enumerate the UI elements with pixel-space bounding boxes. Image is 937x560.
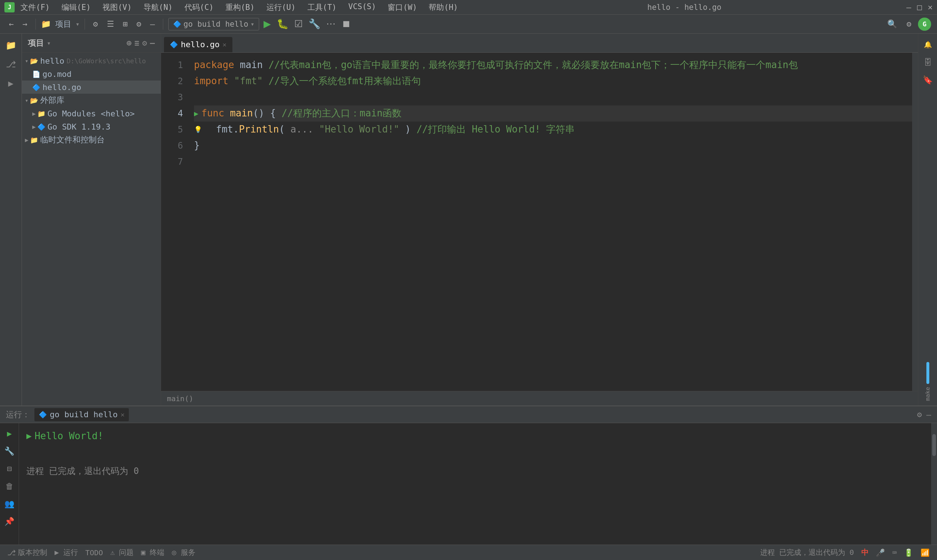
sidebar-expand-icon[interactable]: ≡ — [134, 38, 139, 48]
run-config-label: go build hello — [183, 20, 248, 29]
sidebar-settings-icon[interactable]: ⚙ — [142, 38, 147, 48]
line-num-3: 3 — [161, 89, 183, 105]
search-everywhere-button[interactable]: 🔍 — [884, 18, 900, 30]
coverage-button[interactable]: ☑ — [293, 17, 304, 31]
settings-gear-icon[interactable]: ⚙ — [904, 18, 914, 30]
panel-tab-gobuild[interactable]: 🔷 go build hello ✕ — [34, 408, 129, 421]
bottom-scrollbar[interactable] — [931, 423, 937, 545]
temp-files-folder-icon: 📁 — [30, 136, 38, 144]
menu-edit[interactable]: 编辑(E) — [59, 2, 93, 13]
sidebar-minimize-icon[interactable]: — — [150, 38, 155, 48]
status-todo-item[interactable]: TODO — [85, 548, 103, 557]
stop-button[interactable]: ⏹ — [340, 17, 352, 31]
menu-tools[interactable]: 工具(T) — [305, 2, 339, 13]
toolbar-gear-icon[interactable]: ⚙ — [134, 18, 144, 30]
run-config-chevron-icon: ▾ — [250, 20, 254, 28]
bottom-pin-icon[interactable]: 📌 — [2, 514, 17, 529]
tree-item-go-sdk[interactable]: ▶ 🔷 Go SDK 1.19.3 — [22, 120, 161, 133]
bottom-delete-icon[interactable]: 🗑 — [2, 479, 17, 493]
external-libs-chevron-icon: ▾ — [25, 97, 29, 104]
activity-run-icon[interactable]: ▶ — [2, 75, 20, 92]
toolbar-back-button[interactable]: ← — [6, 18, 17, 30]
panel-minimize-icon[interactable]: — — [926, 410, 931, 419]
bottom-wrench-icon[interactable]: 🔧 — [2, 444, 17, 458]
hellogo-file-icon: 🔷 — [32, 83, 40, 91]
status-services-item[interactable]: ◎ 服务 — [172, 548, 195, 557]
status-battery-icon[interactable]: 🔋 — [904, 548, 913, 557]
terminal-line-exit: 进程 已完成，退出代码为 0 — [26, 463, 924, 479]
menu-vcs[interactable]: VCS(S) — [346, 2, 378, 13]
menu-window[interactable]: 窗口(W) — [385, 2, 419, 13]
menu-help[interactable]: 帮助(H) — [426, 2, 460, 13]
toolbar-forward-button[interactable]: → — [19, 18, 30, 30]
status-ime-icon[interactable]: 中 — [861, 548, 869, 557]
tree-item-temp-files[interactable]: ▶ 📁 临时文件和控制台 — [22, 133, 161, 146]
close-button[interactable]: ✕ — [928, 3, 932, 12]
run-indicator-icon[interactable]: ▶ — [194, 108, 198, 119]
code-line1-comment: //代表main包，go语言中最重要的，最终你要打包成可执行的文件，就必须要放在… — [269, 57, 798, 73]
code-content[interactable]: package main //代表main包，go语言中最重要的，最终你要打包成… — [187, 53, 912, 391]
status-problems-item[interactable]: ⚠ 问题 — [110, 548, 134, 557]
tab-hellogo-close-icon[interactable]: ✕ — [223, 41, 226, 48]
status-mic-icon[interactable]: 🎤 — [876, 548, 885, 557]
status-keyboard-icon[interactable]: ⌨ — [892, 548, 897, 557]
right-sidebar-database-icon[interactable]: 🗄 — [920, 54, 936, 70]
maximize-button[interactable]: □ — [917, 3, 922, 12]
sidebar-localize-icon[interactable]: ⊕ — [127, 38, 131, 48]
code-brace-open: { — [270, 106, 276, 121]
run-button[interactable]: ▶ — [262, 17, 272, 31]
tree-item-hellogo[interactable]: 🔷 hello.go — [22, 80, 161, 94]
activity-commit-icon[interactable]: ⎇ — [2, 55, 20, 73]
menu-file[interactable]: 文件(F) — [18, 2, 52, 13]
hello-chevron-icon: ▾ — [25, 57, 29, 65]
code-arg-placeholder: a... — [291, 122, 314, 137]
bottom-filter-icon[interactable]: ⊟ — [2, 461, 17, 476]
profile-button[interactable]: 🔧 — [307, 17, 322, 31]
more-run-options-button[interactable]: ⋯ — [325, 17, 337, 31]
status-wifi-icon[interactable]: 📶 — [920, 548, 930, 557]
menu-nav[interactable]: 导航(N) — [141, 2, 175, 13]
window-controls: — □ ✕ — [906, 3, 932, 12]
run-config-dropdown[interactable]: 🔷 go build hello ▾ — [168, 18, 259, 31]
user-avatar[interactable]: G — [918, 18, 931, 31]
toolbar-minimize-panel-icon[interactable]: — — [147, 18, 158, 30]
bottom-left-actions: ▶ 🔧 ⊟ 🗑 👥 📌 — [0, 423, 19, 545]
tree-item-external-libs[interactable]: ▾ 📂 外部库 — [22, 94, 161, 107]
code-fmt-string: "fmt" — [234, 74, 263, 89]
toolbar-list-icon[interactable]: ☰ — [104, 18, 117, 30]
right-sidebar-make-icon[interactable]: make — [924, 387, 931, 401]
right-sidebar-notifications-icon[interactable]: 🔔 — [920, 37, 936, 53]
right-sidebar-bottom: make — [924, 362, 931, 406]
status-run-item[interactable]: ▶ 运行 — [55, 548, 78, 557]
toolbar-settings-icon[interactable]: ⚙ — [90, 18, 101, 30]
bottom-users-icon[interactable]: 👥 — [2, 496, 17, 511]
panel-tab-close-icon[interactable]: ✕ — [120, 411, 125, 418]
menu-bar: 文件(F) 编辑(E) 视图(V) 导航(N) 代码(C) 重构(B) 运行(U… — [18, 2, 462, 13]
status-vcs-item[interactable]: ⎇ 版本控制 — [7, 548, 47, 557]
menu-view[interactable]: 视图(V) — [100, 2, 134, 13]
tree-item-go-modules[interactable]: ▶ 📁 Go Modules <hello> — [22, 107, 161, 120]
menu-refactor[interactable]: 重构(B) — [223, 2, 257, 13]
debug-button[interactable]: 🐛 — [275, 17, 290, 31]
editor-scrollbar[interactable] — [912, 53, 918, 391]
menu-run[interactable]: 运行(U) — [264, 2, 298, 13]
terminal-line-empty — [26, 446, 924, 462]
minimize-button[interactable]: — — [906, 3, 911, 12]
tab-hellogo[interactable]: 🔷 hello.go ✕ — [164, 37, 232, 52]
activity-project-icon[interactable]: 📁 — [2, 37, 20, 54]
toolbar-layout-icon[interactable]: ⊞ — [120, 18, 131, 30]
status-todo-label: TODO — [85, 548, 103, 557]
status-terminal-item[interactable]: ▣ 终端 — [141, 548, 164, 557]
user-avatar-label: G — [923, 20, 927, 28]
panel-settings-icon[interactable]: ⚙ — [917, 410, 922, 419]
right-sidebar-bookmark-icon[interactable]: 🔖 — [920, 72, 936, 88]
project-icon: 📁 — [41, 19, 51, 29]
menu-code[interactable]: 代码(C) — [182, 2, 216, 13]
tree-item-hello-root[interactable]: ▾ 📂 hello D:\GoWorks\src\hello — [22, 54, 161, 67]
tree-item-gomod[interactable]: 📄 go.mod — [22, 67, 161, 80]
code-line5-comment: //打印输出 Hello World! 字符串 — [417, 122, 575, 137]
code-editor[interactable]: 1 2 3 4 5 6 7 package main //代表main包，go语… — [161, 53, 918, 391]
editor-area: 🔷 hello.go ✕ 1 2 3 4 5 6 7 — [161, 34, 918, 406]
bottom-run-icon[interactable]: ▶ — [2, 426, 17, 441]
go-modules-folder-icon: 📁 — [37, 110, 45, 117]
